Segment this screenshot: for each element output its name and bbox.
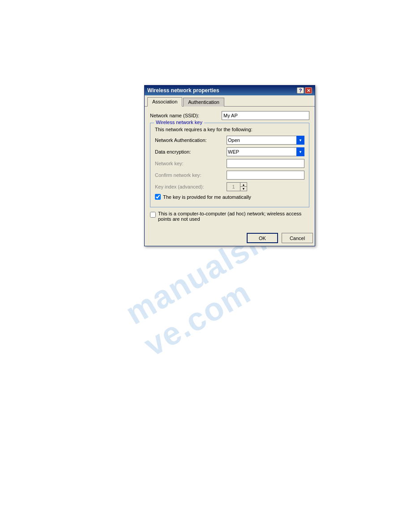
- key-index-input[interactable]: [227, 182, 240, 191]
- close-button[interactable]: ✕: [305, 87, 312, 94]
- help-button[interactable]: ?: [297, 87, 304, 94]
- dialog-content: Network name (SSID): Wireless network ke…: [145, 107, 315, 231]
- network-key-row: Network key:: [155, 159, 304, 168]
- network-name-input[interactable]: [222, 111, 309, 120]
- network-name-row: Network name (SSID):: [150, 111, 309, 120]
- network-auth-label: Network Authentication:: [155, 137, 227, 143]
- title-bar-controls: ? ✕: [297, 87, 312, 94]
- adhoc-label[interactable]: This is a computer-to-computer (ad hoc) …: [158, 211, 309, 222]
- ok-button[interactable]: OK: [247, 233, 278, 243]
- tab-authentication[interactable]: Authentication: [183, 98, 224, 107]
- key-index-spinner: ▲ ▼: [227, 182, 247, 191]
- key-index-row: Key index (advanced): ▲ ▼: [155, 182, 304, 191]
- spinner-down-button[interactable]: ▼: [240, 187, 247, 191]
- data-encryption-label: Data encryption:: [155, 149, 227, 154]
- title-bar: Wireless network properties ? ✕: [145, 86, 315, 95]
- tab-association[interactable]: Association: [147, 97, 182, 107]
- dialog-title: Wireless network properties: [147, 87, 219, 94]
- network-key-label: Network key:: [155, 161, 227, 166]
- data-encryption-select-wrapper: WEP TKIP AES Disabled: [227, 147, 304, 156]
- auto-key-label[interactable]: The key is provided for me automatically: [163, 194, 251, 200]
- wireless-key-group: Wireless network key This network requir…: [150, 123, 309, 207]
- network-auth-select-wrapper: Open Shared WPA WPA-PSK: [227, 136, 304, 145]
- group-box-legend: Wireless network key: [154, 120, 204, 125]
- cancel-button[interactable]: Cancel: [282, 233, 313, 243]
- data-encryption-select[interactable]: WEP TKIP AES Disabled: [227, 147, 304, 156]
- confirm-key-label: Confirm network key:: [155, 172, 227, 178]
- network-name-label: Network name (SSID):: [150, 113, 222, 118]
- network-auth-select[interactable]: Open Shared WPA WPA-PSK: [227, 136, 304, 145]
- group-box-desc: This network requires a key for the foll…: [155, 127, 304, 132]
- data-encryption-row: Data encryption: WEP TKIP AES Disabled: [155, 147, 304, 156]
- adhoc-checkbox[interactable]: [150, 212, 156, 218]
- spinner-buttons: ▲ ▼: [240, 182, 247, 191]
- network-auth-row: Network Authentication: Open Shared WPA …: [155, 136, 304, 145]
- spinner-up-button[interactable]: ▲: [240, 183, 247, 187]
- auto-key-checkbox[interactable]: [155, 194, 161, 200]
- network-key-input[interactable]: [227, 159, 304, 168]
- auto-key-row: The key is provided for me automatically: [155, 194, 304, 200]
- confirm-key-input[interactable]: [227, 171, 304, 180]
- confirm-key-row: Confirm network key:: [155, 171, 304, 180]
- tab-bar: Association Authentication: [145, 95, 315, 107]
- wireless-properties-dialog: Wireless network properties ? ✕ Associat…: [144, 85, 315, 246]
- button-row: OK Cancel: [145, 231, 315, 246]
- key-index-label: Key index (advanced):: [155, 184, 227, 189]
- adhoc-row: This is a computer-to-computer (ad hoc) …: [150, 211, 309, 222]
- dialog-container: Wireless network properties ? ✕ Associat…: [144, 85, 315, 246]
